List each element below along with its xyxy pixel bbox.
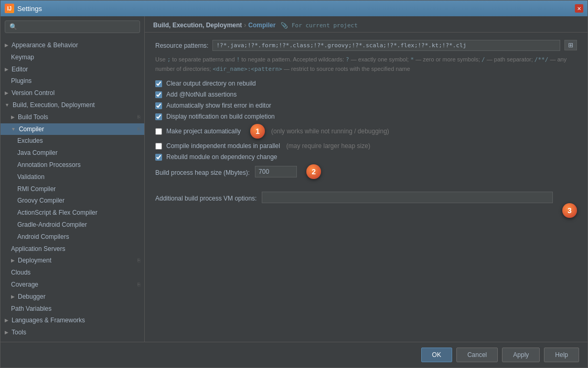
breadcrumb-current: Compiler [248,22,275,29]
resource-patterns-row: Resource patterns: ⊞ [155,40,577,51]
apply-button[interactable]: Apply [502,348,540,362]
sidebar-item-label-rmi-compiler: RMI Compiler [17,185,56,194]
sidebar-item-path-variables[interactable]: Path Variables [1,303,144,315]
sidebar-item-label-android-compilers: Android Compilers [17,233,69,241]
heap-size-label: Build process heap size (Mbytes): [155,167,250,176]
help-button[interactable]: Help [544,348,579,362]
checkbox-clear-output: Clear output directory on rebuild [155,80,577,87]
compile-parallel-checkbox[interactable] [155,143,162,150]
sidebar-item-label-plugins: Plugins [11,77,31,86]
sidebar-item-annotation-processors[interactable]: Annotation Processors [1,159,144,171]
sidebar-item-version-control[interactable]: ▶Version Control [1,87,144,99]
sidebar-item-label-languages-frameworks: Languages & Frameworks [12,316,85,325]
sidebar-item-languages-frameworks[interactable]: ▶Languages & Frameworks [1,314,144,327]
sidebar-item-application-servers[interactable]: Application Servers [1,243,144,255]
sidebar-item-plugins[interactable]: Plugins [1,75,144,87]
sidebar-item-label-annotation-processors: Annotation Processors [17,161,81,170]
sidebar-item-label-excludes: Excludes [17,136,43,145]
badge-2: 2 [306,164,321,179]
sidebar-item-keymap[interactable]: Keymap [1,51,144,64]
checkbox-display-notification: Display notification on build completion [155,113,577,120]
search-input[interactable] [20,23,135,30]
sidebar-item-label-keymap: Keymap [11,53,34,62]
resource-patterns-label: Resource patterns: [155,40,208,49]
display-notification-label: Display notification on build completion [166,113,275,120]
vm-options-row: Additional build process VM options: 3 [155,184,577,211]
rebuild-module-label: Rebuild module on dependency change [166,153,277,161]
resource-patterns-input[interactable] [212,40,560,51]
checkbox-compile-parallel: Compile independent modules in parallel … [155,142,577,150]
sidebar-item-rmi-compiler[interactable]: RMI Compiler [1,183,144,195]
cancel-button[interactable]: Cancel [456,348,498,362]
app-icon: IJ [5,4,14,13]
main-panel: Build, Execution, Deployment › Compiler … [145,16,587,342]
sidebar-item-java-compiler[interactable]: Java Compiler [1,147,144,159]
clear-output-label: Clear output directory on rebuild [166,80,256,87]
add-notnull-checkbox[interactable] [155,91,162,98]
sidebar-item-label-java-compiler: Java Compiler [17,149,58,157]
sidebar-tree: ▶Appearance & BehaviorKeymap▶EditorPlugi… [1,37,144,342]
breadcrumb-separator: › [244,22,246,29]
sidebar-item-excludes[interactable]: Excludes [1,135,144,147]
checkbox-make-automatically: Make project automatically 1 (only works… [155,124,577,139]
sidebar-item-android-compilers[interactable]: Android Compilers [1,231,144,243]
settings-content: Resource patterns: ⊞ Use ; to separate p… [145,33,587,342]
sidebar-item-validation[interactable]: Validation [1,171,144,183]
make-automatically-label: Make project automatically [166,128,241,135]
window-title: Settings [17,5,42,13]
sidebar-item-editor[interactable]: ▶Editor [1,64,144,76]
content-area: 🔍 ▶Appearance & BehaviorKeymap▶EditorPlu… [1,16,587,342]
sidebar-item-tools[interactable]: ▶Tools [1,327,144,339]
copy-icon: ⎘ [137,126,140,133]
search-icon: 🔍 [9,23,17,30]
sidebar-item-build-tools[interactable]: ▶Build Tools⎘ [1,111,144,123]
clear-output-checkbox[interactable] [155,80,162,87]
sidebar-item-label-build-execution-deployment: Build, Execution, Deployment [13,101,95,110]
checkbox-add-notnull: Add @NotNull assertions [155,91,577,98]
copy-icon: ⎘ [137,114,140,121]
sidebar-item-gradle-android[interactable]: Gradle-Android Compiler [1,219,144,231]
ok-button[interactable]: OK [421,348,452,362]
search-box[interactable]: 🔍 [5,20,140,33]
make-automatically-hint: (only works while not running / debuggin… [271,128,389,135]
sidebar-item-label-tools: Tools [12,328,26,337]
show-first-error-checkbox[interactable] [155,102,162,109]
window-controls: ✕ [575,4,583,13]
sidebar-item-label-clouds: Clouds [11,268,30,277]
sidebar-item-appearance-behavior[interactable]: ▶Appearance & Behavior [1,39,144,51]
sidebar-item-label-actionscript-flex: ActionScript & Flex Compiler [17,208,98,217]
heap-size-row: Build process heap size (Mbytes): 2 [155,164,577,179]
sidebar-item-build-execution-deployment[interactable]: ▼Build, Execution, Deployment [1,99,144,111]
sidebar-item-label-editor: Editor [12,65,28,74]
close-button[interactable]: ✕ [575,4,583,13]
sidebar-item-label-application-servers: Application Servers [11,245,65,254]
sidebar-item-label-debugger: Debugger [18,292,46,301]
vm-options-label: Additional build process VM options: [155,193,256,202]
title-bar: IJ Settings ✕ [1,1,587,16]
sidebar-item-debugger[interactable]: ▶Debugger [1,291,144,303]
show-first-error-label: Automatically show first error in editor [166,102,271,109]
make-automatically-checkbox[interactable] [155,128,162,135]
checkbox-show-first-error: Automatically show first error in editor [155,102,577,109]
sidebar-item-groovy-compiler[interactable]: Groovy Compiler [1,195,144,207]
sidebar-item-label-coverage: Coverage [11,280,38,289]
heap-size-input[interactable] [255,166,297,177]
sidebar-item-label-path-variables: Path Variables [11,304,51,313]
sidebar-item-label-build-tools: Build Tools [18,113,48,122]
compile-parallel-label: Compile independent modules in parallel [166,142,280,150]
resource-patterns-hint: Use ; to separate patterns and ! to nega… [155,55,577,73]
badge-3: 3 [562,203,577,218]
sidebar-item-actionscript-flex[interactable]: ActionScript & Flex Compiler [1,207,144,219]
breadcrumb-path: Build, Execution, Deployment [153,22,242,29]
sidebar-item-coverage[interactable]: Coverage⎘ [1,279,144,291]
sidebar-item-compiler[interactable]: ▼Compiler⎘ [1,123,144,135]
copy-icon: ⎘ [137,257,140,264]
breadcrumb: Build, Execution, Deployment › Compiler … [145,16,587,33]
rebuild-module-checkbox[interactable] [155,154,162,161]
sidebar-item-deployment[interactable]: ▶Deployment⎘ [1,255,144,267]
display-notification-checkbox[interactable] [155,113,162,120]
sidebar-item-clouds[interactable]: Clouds [1,267,144,279]
resource-patterns-expand-button[interactable]: ⊞ [564,40,577,50]
vm-options-input[interactable] [262,192,553,203]
title-bar-left: IJ Settings [5,4,42,13]
